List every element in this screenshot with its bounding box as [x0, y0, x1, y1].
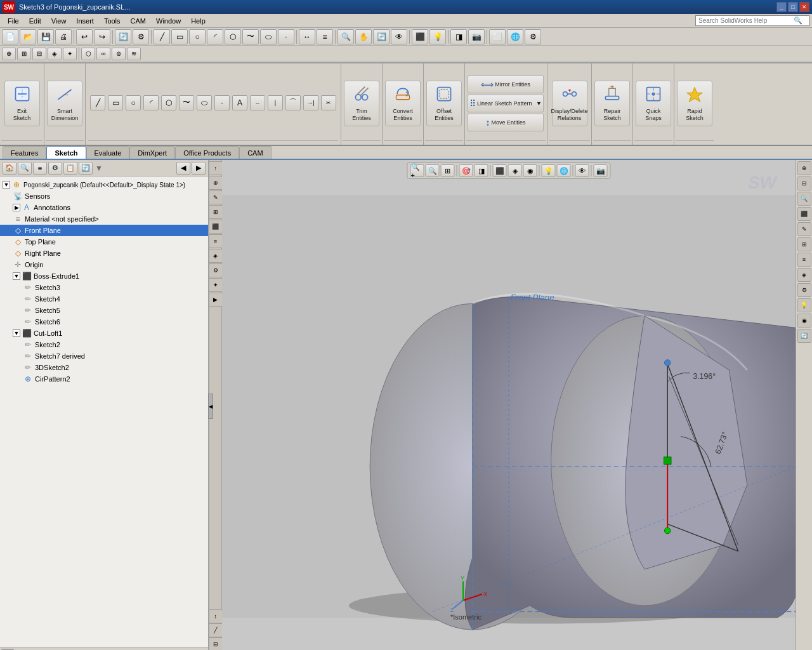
right-btn-8[interactable]: ◈	[797, 268, 811, 282]
tree-material[interactable]: ≡ Material <not specified>	[0, 213, 208, 225]
strip-btn-8[interactable]: ⚙	[209, 263, 223, 277]
menu-edit[interactable]: Edit	[24, 16, 46, 26]
fillet-btn[interactable]: ⌒	[285, 95, 301, 110]
extend-btn[interactable]: →|	[303, 95, 318, 110]
tab-dimxpert[interactable]: DimXpert	[129, 146, 175, 159]
vp-zoom-fit[interactable]: ⊞	[441, 164, 455, 177]
vp-lights[interactable]: 💡	[542, 164, 556, 177]
arc-sketch-btn[interactable]: ◜	[143, 95, 159, 110]
section-view[interactable]: ◨	[450, 29, 467, 44]
tree-annotations[interactable]: ▶ A Annotations	[0, 202, 208, 213]
tree-sketch4[interactable]: ✏ Sketch4	[0, 293, 208, 305]
tab-office-products[interactable]: Office Products	[175, 146, 239, 159]
panel-search-btn[interactable]: 🔍	[18, 162, 32, 175]
menu-tools[interactable]: Tools	[99, 16, 126, 26]
open-button[interactable]: 📂	[20, 29, 36, 44]
redo-button[interactable]: ↪	[94, 29, 110, 44]
mirror-entities-button[interactable]: ⟺ Mirror Entities	[468, 76, 544, 93]
circle-sketch-btn[interactable]: ○	[126, 95, 141, 110]
options-button[interactable]: ⚙	[133, 29, 149, 44]
zoom-button[interactable]: 🔍	[337, 29, 354, 44]
vp-orient[interactable]: 🎯	[459, 164, 473, 177]
view-setting[interactable]: ⚙	[525, 29, 541, 44]
ellipse-sketch-btn[interactable]: ⬭	[197, 95, 212, 110]
strip-btn-7[interactable]: ◈	[209, 249, 223, 263]
display-delete-relations-button[interactable]: Display/DeleteRelations	[552, 81, 587, 126]
repair-sketch-button[interactable]: RepairSketch	[594, 81, 630, 126]
root-expand[interactable]: ▼	[3, 181, 10, 189]
menu-window[interactable]: Window	[151, 16, 186, 26]
right-btn-10[interactable]: 💡	[797, 298, 811, 312]
panel-collapse-button[interactable]: ◀	[208, 394, 213, 419]
text-sketch-btn[interactable]: A	[232, 95, 247, 110]
strip-btn-bottom-2[interactable]: ╱	[209, 623, 223, 637]
spline-tool[interactable]: 〜	[242, 29, 259, 44]
dimension-tool[interactable]: ↔	[299, 29, 315, 44]
viewport[interactable]: 3.196° 62.73° Front Plane 🔍+ 🔍 ⊞ 🎯 ◨ ⬛ ◈	[222, 160, 796, 650]
move-entities-button[interactable]: ↕ Move Entities	[468, 114, 544, 131]
tree-3dsketch2[interactable]: ✏ 3DSketch2	[0, 362, 208, 373]
tab-features[interactable]: Features	[3, 146, 46, 159]
light-button[interactable]: 💡	[429, 29, 446, 44]
line-tool[interactable]: ╱	[154, 29, 170, 44]
tree-sketch7-derived[interactable]: ✏ Sketch7 derived	[0, 350, 208, 362]
tree-root[interactable]: ▼ ⊕ Pogonski_zupcanik (Default<<Default>…	[0, 179, 208, 190]
help-search-input[interactable]	[698, 17, 794, 24]
vp-realview[interactable]: 👁	[575, 164, 589, 177]
rebuild-button[interactable]: 🔄	[115, 29, 131, 44]
vp-save-img[interactable]: 📷	[594, 164, 608, 177]
panel-config-btn[interactable]: ≡	[33, 162, 47, 175]
vp-display[interactable]: ⬛	[493, 164, 507, 177]
vp-zoom-out[interactable]: 🔍	[426, 164, 440, 177]
view-select[interactable]: 👁	[391, 29, 407, 44]
tb2-btn3[interactable]: ⊟	[32, 48, 46, 60]
offset-entities-button[interactable]: OffsetEntities	[426, 81, 462, 126]
panel-expand-tree-btn[interactable]: ▶	[192, 162, 206, 175]
point-tool[interactable]: ·	[278, 29, 294, 44]
tb2-btn4[interactable]: ◈	[48, 48, 62, 60]
panel-options-btn[interactable]: ⚙	[48, 162, 62, 175]
strip-btn-10[interactable]: ▶	[209, 293, 223, 307]
tree-front-plane[interactable]: ◇ Front Plane	[0, 225, 208, 236]
minimize-button[interactable]: _	[776, 2, 787, 12]
right-btn-9[interactable]: ⚙	[797, 283, 811, 297]
tree-sketch6[interactable]: ✏ Sketch6	[0, 316, 208, 328]
undo-button[interactable]: ↩	[76, 29, 93, 44]
tree-sketch5[interactable]: ✏ Sketch5	[0, 305, 208, 316]
linear-sketch-pattern-button[interactable]: ⠿ Linear Sketch Pattern ▼	[468, 95, 544, 112]
linear-pattern-dropdown[interactable]: ▼	[536, 100, 542, 107]
vp-display-3[interactable]: ◉	[523, 164, 537, 177]
point-sketch-btn[interactable]: ·	[214, 95, 230, 110]
pan-button[interactable]: ✋	[355, 29, 372, 44]
tb2-btn9[interactable]: ≋	[127, 48, 141, 60]
mirror-line-btn[interactable]: |	[268, 95, 283, 110]
tb2-btn2[interactable]: ⊞	[17, 48, 31, 60]
strip-btn-2[interactable]: ⊕	[209, 176, 223, 190]
tree-sketch2[interactable]: ✏ Sketch2	[0, 339, 208, 350]
vp-display-2[interactable]: ◈	[508, 164, 522, 177]
tree-sensors[interactable]: 📡 Sensors	[0, 190, 208, 202]
strip-btn-1[interactable]: ↑	[209, 161, 223, 175]
camera-button[interactable]: 📷	[468, 29, 485, 44]
panel-motion-btn[interactable]: 🔄	[79, 162, 93, 175]
new-button[interactable]: 📄	[2, 29, 18, 44]
menu-view[interactable]: View	[46, 16, 72, 26]
right-btn-5[interactable]: ✎	[797, 222, 811, 236]
vp-zoom-in[interactable]: 🔍+	[410, 164, 424, 177]
tb2-btn7[interactable]: ∞	[96, 48, 110, 60]
cons-line-btn[interactable]: --	[250, 95, 265, 110]
right-btn-2[interactable]: ⊟	[797, 176, 811, 190]
vp-scene[interactable]: 🌐	[557, 164, 571, 177]
print-button[interactable]: 🖨	[55, 29, 72, 44]
menu-help[interactable]: Help	[186, 16, 211, 26]
boss-extrude-expand[interactable]: ▼	[13, 272, 20, 280]
panel-home-btn[interactable]: 🏠	[3, 162, 16, 175]
circle-tool[interactable]: ○	[189, 29, 206, 44]
tb2-btn1[interactable]: ⊕	[2, 48, 16, 60]
tree-origin[interactable]: ✛ Origin	[0, 259, 208, 270]
maximize-button[interactable]: □	[788, 2, 798, 12]
polygon-sketch-btn[interactable]: ⬡	[161, 95, 176, 110]
right-btn-3[interactable]: 🔍	[797, 192, 811, 206]
quick-snaps-button[interactable]: QuickSnaps	[636, 81, 671, 126]
tree-right-plane[interactable]: ◇ Right Plane	[0, 248, 208, 259]
